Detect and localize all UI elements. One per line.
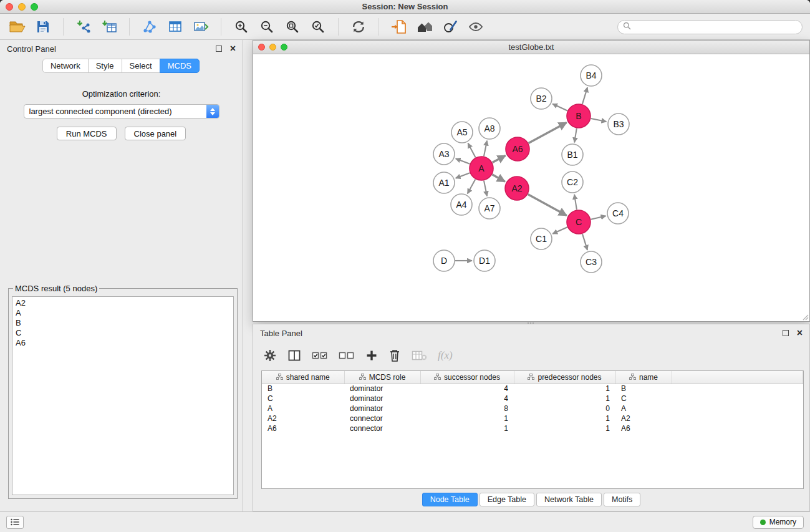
graph-edge-A-A3[interactable] <box>456 158 470 164</box>
show-columns-icon[interactable] <box>287 349 301 362</box>
new-table-icon[interactable] <box>165 17 185 37</box>
graph-edge-B-B2[interactable] <box>552 104 567 111</box>
table-cell[interactable]: A6 <box>615 423 672 433</box>
float-table-panel-icon[interactable] <box>783 330 789 336</box>
column-header-shared-name[interactable]: shared name <box>262 371 344 384</box>
search-field[interactable] <box>617 20 803 34</box>
table-cell[interactable]: 1 <box>514 414 615 423</box>
table-row[interactable]: Cdominator41C <box>262 394 803 404</box>
graph-edge-A-A6[interactable] <box>493 155 506 162</box>
table-cell[interactable]: 1 <box>420 414 514 423</box>
zoom-view-button[interactable] <box>281 44 287 51</box>
graph-node-C4[interactable]: C4 <box>607 203 629 224</box>
graph-edge-A-A4[interactable] <box>468 180 476 194</box>
import-table-icon[interactable] <box>99 17 119 37</box>
zoom-window-button[interactable] <box>31 3 38 11</box>
graph-node-C3[interactable]: C3 <box>581 251 602 273</box>
zoom-in-icon[interactable] <box>231 17 251 37</box>
graph-edge-A-A2[interactable] <box>492 175 504 181</box>
graph-edge-A-A1[interactable] <box>456 173 470 178</box>
graph-node-C1[interactable]: C1 <box>531 228 552 249</box>
graph-edge-C-C3[interactable] <box>582 234 587 250</box>
table-cell[interactable]: A2 <box>262 414 344 423</box>
table-cell[interactable]: A6 <box>262 423 344 433</box>
save-session-icon[interactable] <box>33 17 53 37</box>
close-table-panel-icon[interactable]: × <box>797 330 803 336</box>
home-icon[interactable] <box>415 17 435 37</box>
table-cell[interactable]: A2 <box>615 414 672 423</box>
graph-node-A7[interactable]: A7 <box>479 198 500 219</box>
graph-edge-B-B1[interactable] <box>574 128 577 143</box>
graph-node-B3[interactable]: B3 <box>608 114 629 135</box>
graph-node-C2[interactable]: C2 <box>562 172 583 193</box>
graph-node-B4[interactable]: B4 <box>581 65 602 86</box>
table-cell[interactable]: A <box>262 404 344 414</box>
float-panel-icon[interactable] <box>216 46 222 52</box>
graph-edge-A2-C[interactable] <box>528 195 567 216</box>
table-cell[interactable]: 4 <box>420 384 514 394</box>
table-cell[interactable]: 1 <box>420 423 514 433</box>
zoom-out-icon[interactable] <box>257 17 277 37</box>
zoom-selected-icon[interactable] <box>308 17 328 37</box>
table-cell[interactable]: connector <box>344 414 420 423</box>
close-panel-icon[interactable]: × <box>230 46 236 52</box>
graph-node-A4[interactable]: A4 <box>451 194 472 215</box>
graph-node-A5[interactable]: A5 <box>451 122 473 143</box>
import-network-icon[interactable] <box>74 17 94 37</box>
table-cell[interactable]: 4 <box>420 394 514 404</box>
table-cell[interactable]: dominator <box>344 404 420 414</box>
network-canvas[interactable]: B4B2BB3A5A8A6A3B1AA1C2A2A4A7C4CC1DD1C3 <box>253 55 809 321</box>
window-resize-grip[interactable] <box>801 313 809 321</box>
network-window-titlebar[interactable]: testGlobe.txt <box>253 41 809 54</box>
close-window-button[interactable] <box>6 3 13 11</box>
settings-icon[interactable] <box>263 349 277 362</box>
graph-node-B1[interactable]: B1 <box>562 144 583 165</box>
run-mcds-button[interactable]: Run MCDS <box>57 127 117 140</box>
graph-edge-C-C4[interactable] <box>591 216 606 219</box>
open-file-icon[interactable] <box>7 17 27 37</box>
mcds-result-item[interactable]: A6 <box>12 338 233 348</box>
add-row-icon[interactable] <box>365 349 378 362</box>
table-cell[interactable]: B <box>262 384 344 394</box>
table-cell[interactable]: 1 <box>514 423 615 433</box>
column-header-name[interactable]: name <box>615 371 672 384</box>
zoom-fit-icon[interactable] <box>282 17 302 37</box>
mcds-result-item[interactable]: C <box>12 328 233 338</box>
optimization-criterion-dropdown[interactable]: largest connected component (directed) <box>24 104 219 118</box>
table-row[interactable]: Bdominator41B <box>262 384 803 394</box>
style-icon[interactable] <box>440 17 460 37</box>
minimize-view-button[interactable] <box>269 44 276 51</box>
table-cell[interactable]: 0 <box>514 404 615 414</box>
column-header-MCDS-role[interactable]: MCDS role <box>344 371 420 384</box>
select-all-icon[interactable] <box>312 349 328 362</box>
column-header-predecessor-nodes[interactable]: predecessor nodes <box>514 371 615 384</box>
graph-edge-A6-B[interactable] <box>529 123 567 143</box>
table-cell[interactable]: B <box>615 384 672 394</box>
graph-node-A8[interactable]: A8 <box>479 118 500 139</box>
graph-node-C[interactable]: C <box>567 210 591 234</box>
graph-edge-C-C1[interactable] <box>552 227 567 234</box>
table-cell[interactable]: 1 <box>514 394 615 404</box>
table-cell[interactable]: connector <box>344 423 420 433</box>
function-builder-icon[interactable]: f(x) <box>438 349 453 362</box>
task-history-button[interactable] <box>6 516 24 529</box>
delete-row-icon[interactable] <box>388 349 401 362</box>
graph-node-A6[interactable]: A6 <box>506 137 529 161</box>
graph-node-D[interactable]: D <box>433 250 455 271</box>
table-cell[interactable]: dominator <box>344 384 420 394</box>
node-table-container[interactable]: shared nameMCDS rolesuccessor nodesprede… <box>261 370 804 489</box>
close-panel-button[interactable]: Close panel <box>125 127 186 140</box>
deselect-all-icon[interactable] <box>339 349 355 362</box>
graph-node-D1[interactable]: D1 <box>474 250 495 271</box>
delete-column-icon[interactable] <box>412 349 427 362</box>
graph-node-A[interactable]: A <box>470 157 493 180</box>
tab-style[interactable]: Style <box>88 59 122 73</box>
table-cell[interactable]: dominator <box>344 394 420 404</box>
graph-edge-B-B3[interactable] <box>591 118 607 122</box>
memory-button[interactable]: Memory <box>753 516 804 529</box>
table-cell[interactable]: C <box>262 394 344 404</box>
show-graphics-icon[interactable] <box>466 17 486 37</box>
refresh-view-icon[interactable] <box>349 17 369 37</box>
graph-edge-A-A5[interactable] <box>468 143 475 158</box>
table-cell[interactable]: C <box>615 394 672 404</box>
